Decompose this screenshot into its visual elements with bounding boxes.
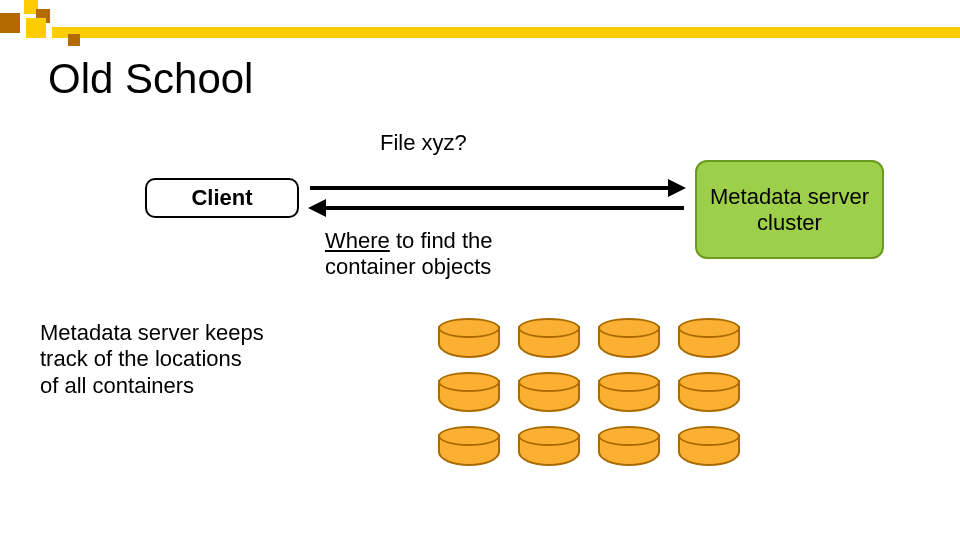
note-l1: Metadata server keeps — [40, 320, 264, 345]
response-text-l2: container objects — [325, 254, 491, 279]
container-cylinder — [518, 318, 580, 358]
container-cylinder — [438, 318, 500, 358]
metadata-server-node: Metadata server cluster — [695, 160, 884, 259]
request-arrow — [310, 186, 670, 190]
container-cylinder — [518, 426, 580, 466]
container-grid — [438, 318, 753, 480]
container-cylinder — [598, 372, 660, 412]
container-cylinder — [518, 372, 580, 412]
response-arrow — [324, 206, 684, 210]
query-label: File xyz? — [380, 130, 467, 156]
server-label: Metadata server cluster — [697, 184, 882, 235]
response-text-l1b: to find the — [396, 228, 493, 253]
note-label: Metadata server keeps track of the locat… — [40, 320, 264, 399]
container-cylinder — [438, 372, 500, 412]
response-arrow-head — [308, 199, 326, 217]
slide-title: Old School — [48, 55, 253, 103]
deco-bar — [52, 27, 960, 38]
response-label: Where to find the container objects — [325, 228, 493, 281]
client-node: Client — [145, 178, 299, 218]
container-cylinder — [678, 426, 740, 466]
container-cylinder — [598, 426, 660, 466]
request-arrow-head — [668, 179, 686, 197]
deco-square — [68, 34, 80, 46]
deco-square — [26, 18, 46, 38]
container-cylinder — [678, 318, 740, 358]
container-cylinder — [598, 318, 660, 358]
note-l3: of all containers — [40, 373, 194, 398]
container-cylinder — [678, 372, 740, 412]
note-l2: track of the locations — [40, 346, 242, 371]
deco-square — [0, 13, 20, 33]
response-text-l1a: Where — [325, 228, 390, 253]
container-cylinder — [438, 426, 500, 466]
